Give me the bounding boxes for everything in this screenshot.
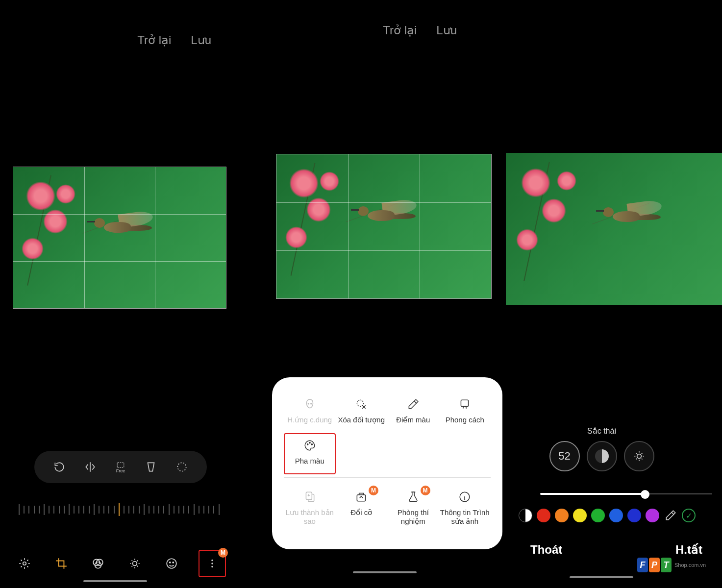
crop-toolbar: Free — [34, 451, 207, 483]
menu-item-label: Xóa đối tượng — [337, 416, 387, 424]
rotation-ruler[interactable] — [19, 500, 220, 519]
color-swatch[interactable] — [573, 509, 587, 522]
svg-rect-21 — [357, 495, 366, 501]
resize-icon — [337, 489, 387, 505]
menu-item-erase[interactable]: Xóa đối tượng — [336, 392, 388, 433]
svg-point-18 — [309, 442, 310, 443]
free-label: Free — [116, 468, 125, 473]
svg-point-7 — [167, 559, 176, 568]
exit-button[interactable]: Thoát — [530, 543, 562, 557]
confirm-color-icon[interactable]: ✓ — [682, 509, 696, 522]
color-swatch[interactable] — [627, 509, 641, 522]
svg-point-10 — [211, 560, 213, 561]
hue-value[interactable]: 52 — [549, 441, 580, 471]
aspect-free-icon[interactable]: Free — [113, 460, 128, 474]
image-preview[interactable] — [13, 167, 226, 309]
lasso-icon[interactable] — [174, 460, 189, 474]
svg-point-13 — [308, 403, 309, 404]
fpt-logo: F P T Shop.com.vn — [637, 558, 706, 572]
copy-icon — [285, 489, 335, 505]
nav-indicator — [353, 571, 417, 573]
svg-rect-0 — [117, 463, 124, 468]
divider — [284, 477, 491, 478]
back-button[interactable]: Trở lại — [383, 24, 417, 37]
flip-horizontal-icon[interactable] — [83, 460, 98, 474]
color-swatches: ✓ — [519, 509, 722, 522]
more-menu-popup: H.ứng c.dungXóa đối tượngĐiểm màuPhong c… — [272, 377, 502, 549]
nav-indicator — [570, 576, 633, 578]
svg-point-8 — [170, 562, 171, 563]
menu-item-label: Đổi cỡ — [337, 508, 387, 517]
svg-point-9 — [173, 562, 174, 563]
crop-tab-icon[interactable] — [51, 554, 71, 573]
badge-new: M — [421, 486, 430, 495]
filters-tab-icon[interactable] — [88, 554, 108, 573]
menu-item-face: H.ứng c.dung — [284, 392, 336, 433]
menu-item-lab[interactable]: Phòng thí nghiệmM — [387, 485, 439, 535]
color-swatch[interactable] — [646, 509, 659, 522]
svg-point-17 — [307, 444, 308, 445]
menu-item-label: H.ứng c.dung — [285, 416, 335, 424]
color-swatch[interactable] — [555, 509, 569, 522]
lab-icon — [388, 489, 438, 505]
menu-item-label: Pha màu — [285, 457, 335, 466]
luminance-mode[interactable] — [624, 441, 654, 471]
back-button[interactable]: Trở lại — [137, 33, 171, 47]
image-preview[interactable] — [506, 153, 722, 305]
save-button[interactable]: Lưu — [191, 33, 211, 47]
menu-item-palette[interactable]: Pha màu — [284, 433, 336, 474]
more-menu-button[interactable]: M — [199, 550, 226, 577]
svg-point-23 — [637, 454, 641, 459]
value-slider[interactable] — [540, 489, 712, 499]
svg-rect-16 — [461, 400, 469, 406]
menu-item-dropper[interactable]: Điểm màu — [387, 392, 439, 433]
badge-new: M — [369, 486, 378, 495]
menu-item-resize[interactable]: Đổi cỡM — [336, 485, 388, 535]
adjust-mode-row: 52 — [481, 441, 722, 471]
footer-actions: Thoát H.tất — [481, 543, 722, 557]
adjust-tab-icon[interactable] — [125, 554, 145, 573]
swatch-bw[interactable] — [519, 509, 532, 522]
image-preview[interactable] — [276, 154, 492, 299]
color-swatch[interactable] — [609, 509, 623, 522]
face-icon — [285, 396, 335, 413]
auto-icon[interactable] — [15, 554, 34, 573]
done-button[interactable]: H.tất — [675, 543, 702, 557]
nav-indicator — [83, 580, 147, 582]
crop-grid — [276, 154, 491, 298]
menu-item-label: Lưu thành bản sao — [285, 508, 335, 526]
rotate-icon[interactable] — [52, 460, 67, 474]
section-title: Sắc thái — [481, 426, 722, 436]
photo-content — [506, 153, 722, 305]
palette-icon — [285, 437, 335, 454]
sticker-tab-icon[interactable] — [162, 554, 181, 573]
crop-grid — [13, 167, 226, 308]
svg-point-2 — [23, 562, 26, 565]
menu-item-label: Điểm màu — [388, 416, 438, 424]
svg-point-11 — [211, 563, 213, 564]
svg-point-19 — [311, 444, 312, 445]
svg-point-1 — [177, 463, 186, 471]
perspective-icon[interactable] — [144, 460, 158, 474]
dropper-icon — [388, 396, 438, 413]
color-swatch[interactable] — [591, 509, 605, 522]
svg-point-12 — [211, 566, 213, 567]
svg-point-14 — [311, 403, 312, 404]
color-swatch[interactable] — [537, 509, 550, 522]
save-button[interactable]: Lưu — [436, 24, 457, 37]
erase-icon — [337, 396, 387, 413]
badge-new: M — [218, 548, 228, 558]
menu-item-copy: Lưu thành bản sao — [284, 485, 336, 535]
menu-item-label: Phòng thí nghiệm — [388, 508, 438, 526]
color-picker-icon[interactable] — [664, 509, 677, 522]
bottom-nav: M — [0, 549, 241, 578]
svg-point-6 — [133, 562, 137, 566]
saturation-mode[interactable] — [587, 441, 617, 471]
